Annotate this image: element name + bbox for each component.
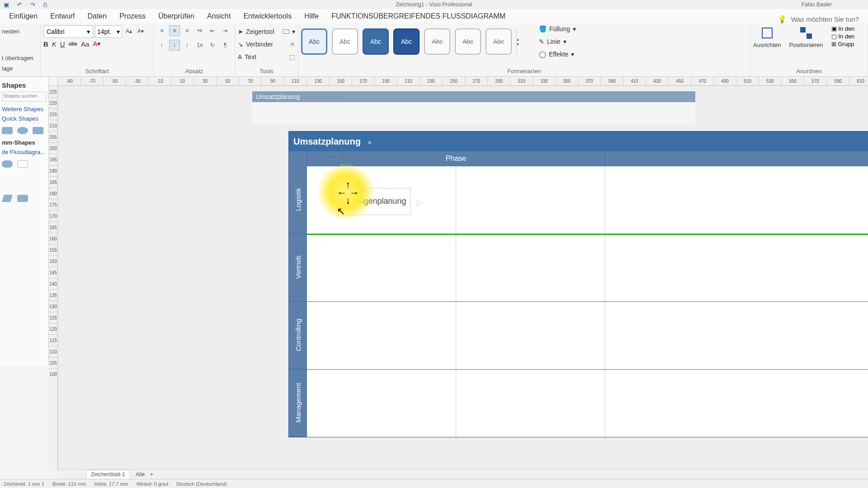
font-family-select[interactable]: Calibri ▾ [43,25,93,38]
lane-cell[interactable] [456,302,605,369]
connector-tool[interactable]: ↘ Verbinder ✕ [238,38,295,51]
lane-cell[interactable] [605,234,868,301]
tab-ansicht[interactable]: Ansicht [201,8,237,23]
line-button[interactable]: ✎ Linie▾ [539,36,576,47]
numbering-button[interactable]: 1≡ [194,40,205,51]
connector-hint-right-icon[interactable]: ▷ [417,198,422,207]
lane-label-vertrieb[interactable]: Vertrieb [289,234,307,301]
pool-title-bar[interactable]: Umsatzplanung ▴ [289,131,868,151]
lane-management[interactable] [307,369,868,437]
align-right-button[interactable]: ≡ [182,25,193,36]
tab-flussdiagramm[interactable]: FUNKTIONSÜBERGREIFENDES FLUSSDIAGRAMM [325,8,512,23]
style-thumb-2[interactable]: Abc [332,28,358,55]
pointer-tool[interactable]: ➤ Zeigertool ▾ [238,25,295,38]
align-top-button[interactable]: ⫶ [156,40,167,51]
shrink-font-button[interactable]: A▾ [136,25,146,37]
phase-1[interactable]: Phase [307,151,605,166]
template-button[interactable]: lage [2,63,38,74]
style-thumb-7[interactable]: Abc [486,28,512,55]
lane-label-logistik[interactable]: Logistik [289,166,307,234]
lane-label-controlling[interactable]: Controlling [289,301,307,369]
rotate-button[interactable]: ↻ [207,40,218,51]
connector-hint-left-icon[interactable]: ◁ [332,198,337,207]
align-bottom-button[interactable]: ⫶ [182,40,193,51]
phase-2[interactable] [605,151,868,166]
grow-font-button[interactable]: A▴ [124,25,134,37]
tab-entwicklertools[interactable]: Entwicklertools [237,8,298,23]
lane-cell[interactable] [307,302,456,369]
shape-parallelogram[interactable] [2,195,13,202]
tab-daten[interactable]: Daten [81,8,113,23]
lane-resize-indicator[interactable] [307,234,868,235]
lane-cell[interactable] [605,370,868,437]
format-transfer-button[interactable]: t übertragen [2,53,38,63]
text-box-icon[interactable]: ⬚ [289,53,295,61]
mini-shape-rect[interactable] [2,127,13,134]
mini-shape-circle[interactable] [17,127,28,134]
lane-cell[interactable] [456,166,605,234]
underline-button[interactable]: U [60,40,65,48]
effects-button[interactable]: ◯ Effekte▾ [539,49,576,60]
more-shapes-link[interactable]: Weitere Shapes [2,104,47,114]
style-thumb-6[interactable]: Abc [455,28,481,55]
mini-shape-rounded[interactable] [33,127,43,134]
sheet-all[interactable]: Alle [136,471,145,478]
align-left-button[interactable]: ≡ [156,25,167,36]
position-button[interactable]: Positionieren [789,25,823,48]
indent-inc-button[interactable]: ⇥ [220,25,231,36]
rect-icon[interactable] [283,29,289,34]
print-icon[interactable]: ⎙ [43,1,47,8]
sheet-add-button[interactable]: + [150,471,153,478]
lane-label-management[interactable]: Management [289,369,307,437]
lane-cell[interactable] [456,234,605,301]
indent-dec-button[interactable]: ⇤ [207,25,218,36]
shapes-cat-1[interactable]: mm-Shapes [2,138,47,147]
lane-vertrieb[interactable] [307,234,868,301]
send-backward-button[interactable]: ▢ In den [831,33,855,40]
shape-box[interactable] [17,160,28,168]
italic-button[interactable]: K [52,40,57,48]
styles-more-button[interactable]: ▴▾ [516,28,525,55]
shapes-search-input[interactable]: Shapes suchen [2,92,47,102]
spacing-button[interactable]: ¶ [220,40,231,51]
tab-prozess[interactable]: Prozess [113,8,152,23]
style-thumb-1[interactable]: Abc [301,28,327,55]
shape-pill[interactable] [2,160,13,168]
style-thumb-4[interactable]: Abc [393,28,420,55]
lane-cell[interactable]: ◁ Mengenplanung ▷ [307,166,456,234]
align-button[interactable]: Ausrichten [753,25,781,48]
style-thumb-3[interactable]: Abc [363,28,389,55]
close-icon[interactable]: ✕ [290,41,295,48]
status-language[interactable]: Deutsch (Deutschland) [176,481,227,487]
tab-ueberpruefen[interactable]: Überprüfen [152,8,201,23]
bullets-button[interactable]: •≡ [194,25,205,36]
tab-einfuegen[interactable]: Einfügen [3,8,44,23]
align-center-button[interactable]: ≡ [169,25,180,36]
drawing-canvas[interactable]: Umsatzplanung Umsatzplanung ▴ Phase Logi… [58,86,868,479]
tab-entwurf[interactable]: Entwurf [44,8,81,23]
shape-mengenplanung[interactable]: ◁ Mengenplanung ▷ [343,188,411,215]
quick-shapes-link[interactable]: Quick Shapes [2,114,47,123]
text-tool[interactable]: A Text ⬚ [238,51,295,63]
tab-hilfe[interactable]: Hilfe [298,8,325,23]
lane-cell[interactable] [456,370,605,437]
lane-cell[interactable] [307,370,456,437]
group-button[interactable]: ⊞ Grupp [831,41,855,47]
lane-logistik[interactable]: ◁ Mengenplanung ▷ [307,166,868,234]
font-color-button[interactable]: A▾ [93,40,101,48]
font-size-select[interactable]: 14pt. ▾ [95,25,122,38]
style-thumb-5[interactable]: Abc [424,28,450,55]
undo-icon[interactable]: ↶ [17,1,22,8]
align-middle-button[interactable]: ⫶ [169,40,180,51]
shapes-cat-2[interactable]: de Flussdiagra... [2,147,47,157]
tell-me-search[interactable]: 💡 Was möchten Sie tun? [778,15,859,23]
fill-button[interactable]: 🪣 Füllung▾ [539,23,576,34]
lane-controlling[interactable] [307,301,868,369]
lane-cell[interactable] [605,166,868,234]
collapse-icon[interactable]: ▴ [368,138,371,145]
sheet-tab-1[interactable]: Zeichenblatt-1 [86,470,130,479]
bring-forward-button[interactable]: ▣ In den [831,25,855,32]
bold-button[interactable]: B [43,40,48,48]
lane-cell[interactable] [307,234,456,301]
save-icon[interactable]: ▣ [4,1,9,8]
